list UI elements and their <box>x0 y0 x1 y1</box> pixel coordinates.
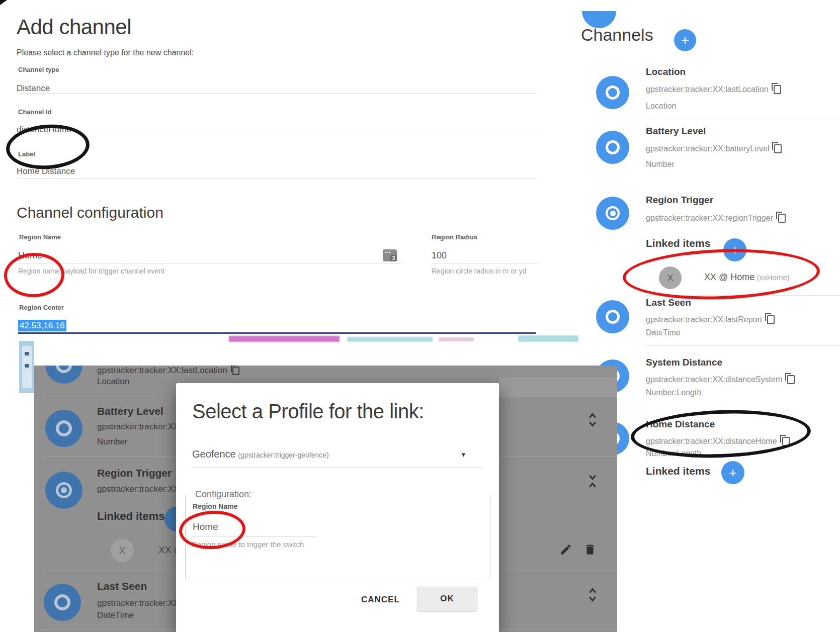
plus-icon: + <box>681 32 689 48</box>
region-name-helper: Region name payload for trigger channel … <box>18 267 164 275</box>
channel-uid: gpstracker:tracker:XX:lastLocation <box>646 85 769 94</box>
channel-row-last-seen[interactable]: Last Seen gpstracker:tracker:XX:lastRepo… <box>596 294 837 344</box>
channel-type: Number <box>646 160 675 169</box>
region-name-input[interactable]: Home <box>193 521 218 532</box>
channel-type-select[interactable]: Distance <box>17 83 50 94</box>
collapse-handle[interactable] <box>585 473 600 491</box>
channel-uid: gpstracker:tracker:XX:regionTrigger <box>646 214 773 223</box>
linked-item-id: (xxHome) <box>757 273 790 282</box>
channel-type-dimmed: DateTime <box>97 610 134 620</box>
channel-title-dimmed: Region Trigger <box>97 467 172 479</box>
region-center-selected-text: 42.53,16.16 <box>18 320 66 331</box>
plus-icon: + <box>729 465 736 481</box>
corner-annotation-fragment <box>0 0 7 5</box>
channel-state-icon <box>596 76 629 109</box>
channel-state-icon-dimmed <box>44 584 81 621</box>
add-linked-item-button[interactable]: + <box>721 461 744 484</box>
region-radius-label: Region Radius <box>432 233 477 241</box>
channel-title: Last Seen <box>646 297 691 308</box>
channel-row-location[interactable]: Location gpstracker:tracker:XX:lastLocat… <box>596 63 837 118</box>
channel-row-home-distance[interactable]: Home Distance gpstracker:tracker:XX:dist… <box>596 416 837 466</box>
channel-uid: gpstracker:tracker:XX:distanceSystem <box>646 375 782 384</box>
add-channel-button[interactable]: + <box>674 29 696 51</box>
divider <box>17 94 537 94</box>
channel-title-dimmed: Last Seen <box>97 580 147 592</box>
copy-icon[interactable] <box>782 437 790 446</box>
form-filler-badge: 3 <box>390 255 397 261</box>
divider <box>192 536 316 536</box>
copy-icon[interactable] <box>774 144 782 153</box>
dialog-title: Select a Profile for the link: <box>192 400 424 423</box>
divider <box>17 178 537 179</box>
channel-title: System Distance <box>646 357 722 368</box>
linked-item-avatar: X <box>659 266 682 289</box>
label-field-input[interactable]: Home Distance <box>17 166 75 176</box>
reorder-handle[interactable] <box>585 587 600 604</box>
divider <box>432 263 537 263</box>
channel-type-dimmed: Location <box>97 377 129 387</box>
channel-uid: gpstracker:tracker:XX:lastReport <box>646 315 762 324</box>
channel-configuration-heading: Channel configuration <box>17 204 163 221</box>
linked-item-avatar-dimmed: X <box>111 539 134 562</box>
region-name-input[interactable]: Home <box>18 250 42 261</box>
profile-select[interactable]: Geofence (gpstracker:trigger-geofence) ▾ <box>192 448 483 471</box>
linked-item-row[interactable]: X XX @ Home (xxHome) <box>659 266 830 290</box>
add-linked-item-button[interactable]: + <box>723 238 746 261</box>
region-name-label: Region Name <box>193 502 237 510</box>
cancel-button[interactable]: CANCEL <box>354 590 407 610</box>
copy-icon[interactable] <box>767 315 775 324</box>
copy-icon[interactable] <box>232 367 239 375</box>
region-center-label: Region Center <box>19 304 64 311</box>
region-radius-helper: Region circle radius in m or yd <box>432 267 526 275</box>
reorder-handle[interactable] <box>585 412 600 429</box>
channel-type-label: Channel type <box>18 66 59 73</box>
channel-type-dimmed: Number <box>97 437 127 447</box>
map-artifact <box>229 336 340 342</box>
map-control-fragment <box>19 341 34 393</box>
divider <box>17 136 537 136</box>
profile-dialog: Select a Profile for the link: Geofence … <box>176 383 499 632</box>
channel-title: Location <box>646 66 686 77</box>
form-filler-icon[interactable]: ••• 3 <box>383 249 397 261</box>
channel-title: Battery Level <box>646 126 706 137</box>
region-name-helper: Region name to trigger the switch <box>192 540 304 549</box>
channel-type: Number:Length <box>646 388 701 397</box>
channel-uid: gpstracker:tracker:XX:distanceHome <box>646 437 777 446</box>
region-radius-input[interactable]: 100 <box>432 250 447 261</box>
channel-title: Home Distance <box>646 419 715 430</box>
map-artifact <box>347 337 433 342</box>
region-name-label: Region Name <box>19 233 61 241</box>
channel-id-label: Channel Id <box>18 108 51 116</box>
ok-button[interactable]: OK <box>417 587 477 611</box>
channel-state-icon-dimmed <box>45 366 82 384</box>
divider <box>18 263 401 263</box>
channel-row-battery-level[interactable]: Battery Level gpstracker:tracker:XX:batt… <box>596 123 837 178</box>
channel-type: Location <box>646 102 677 111</box>
edit-linked-item-button[interactable] <box>556 543 575 558</box>
channels-heading: Channels <box>581 25 653 45</box>
delete-linked-item-button[interactable] <box>580 543 600 558</box>
channel-row-system-distance[interactable]: System Distance gpstracker:tracker:XX:di… <box>596 354 837 404</box>
copy-icon[interactable] <box>774 85 781 94</box>
region-center-focus-underline <box>18 332 536 334</box>
channel-state-icon-dimmed <box>45 410 82 447</box>
map-zoom-control[interactable] <box>22 346 32 388</box>
profile-select-value: Geofence <box>192 448 236 460</box>
channel-id-input[interactable]: distanceHome <box>17 125 71 135</box>
channel-title: Region Trigger <box>646 195 713 206</box>
fieldset-legend: Configuration: <box>193 489 254 500</box>
linked-items-heading-dimmed: Linked items <box>97 510 164 523</box>
configuration-fieldset: Configuration: Region Name Home Region n… <box>185 495 490 579</box>
copy-icon[interactable] <box>778 214 786 223</box>
divider <box>192 468 483 468</box>
linked-item-name: XX @ Home <box>704 272 754 282</box>
label-field-label: Label <box>18 150 35 158</box>
profile-select-id: (gpstracker:trigger-geofence) <box>238 451 329 459</box>
channel-title-dimmed: Battery Level <box>97 405 163 417</box>
copy-icon[interactable] <box>787 375 795 384</box>
scrim-light-band <box>499 377 617 397</box>
channel-row-region-trigger[interactable]: Region Trigger gpstracker:tracker:XX:reg… <box>596 192 837 237</box>
region-center-input[interactable]: 42.53,16.16 <box>18 321 66 331</box>
channel-trigger-icon-dimmed <box>45 472 82 509</box>
trash-icon <box>583 543 597 556</box>
